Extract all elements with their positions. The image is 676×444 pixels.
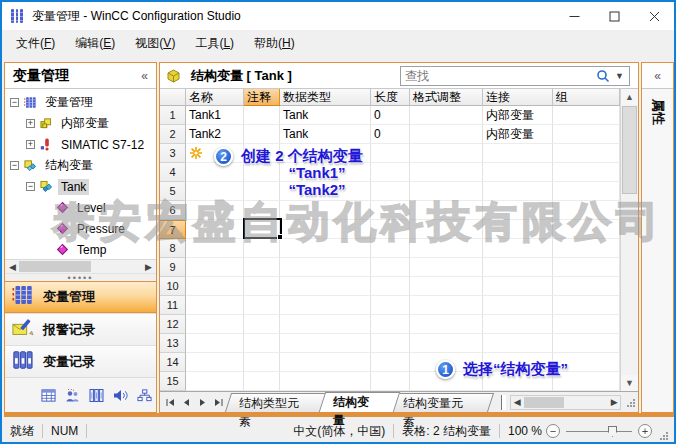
- cell-r8-格式调整[interactable]: [410, 239, 483, 258]
- collapse-icon[interactable]: −: [26, 182, 35, 191]
- last-sheet-icon[interactable]: [212, 396, 225, 409]
- tree-item-结构变量[interactable]: −结构变量: [5, 155, 156, 176]
- cell-r10-连接[interactable]: [483, 277, 553, 296]
- expand-icon[interactable]: +: [26, 119, 35, 128]
- row-header-3[interactable]: 3: [160, 144, 186, 163]
- cell-r1-长度[interactable]: 0: [371, 106, 410, 125]
- cell-r3-数据类型[interactable]: [280, 144, 371, 163]
- column-header-长度[interactable]: 长度: [371, 89, 410, 106]
- menu-item-3[interactable]: 工具(L): [185, 31, 244, 56]
- cell-r8-名称[interactable]: [186, 239, 244, 258]
- cell-r8-组[interactable]: [553, 239, 620, 258]
- search-options-caret-icon[interactable]: ▼: [612, 71, 629, 81]
- resize-grip-icon[interactable]: [625, 395, 638, 409]
- cell-r10-长度[interactable]: [371, 277, 410, 296]
- tree-item-内部变量[interactable]: +内部变量: [5, 113, 156, 134]
- cell-r4-名称[interactable]: [186, 163, 244, 182]
- cell-r3-注释[interactable]: [244, 144, 280, 163]
- cell-r4-注释[interactable]: [244, 163, 280, 182]
- cell-r13-连接[interactable]: [483, 334, 553, 353]
- cell-r15-格式调整[interactable]: [410, 372, 483, 391]
- cell-r11-长度[interactable]: [371, 296, 410, 315]
- cell-r1-名称[interactable]: Tank1: [186, 106, 244, 125]
- cell-r5-连接[interactable]: [483, 182, 553, 201]
- sheet-tab-结构变量元素[interactable]: 结构变量元素: [389, 393, 494, 412]
- properties-tab[interactable]: 属性: [649, 98, 667, 126]
- archive-icon[interactable]: [89, 388, 104, 403]
- cell-r8-注释[interactable]: [244, 239, 280, 258]
- cell-r3-名称[interactable]: [186, 144, 244, 163]
- collapse-right-panel-button[interactable]: «: [654, 69, 661, 83]
- cell-r12-格式调整[interactable]: [410, 315, 483, 334]
- zoom-thumb-icon[interactable]: [608, 426, 617, 437]
- cell-r14-格式调整[interactable]: [410, 353, 483, 372]
- cell-r11-格式调整[interactable]: [410, 296, 483, 315]
- cell-r11-名称[interactable]: [186, 296, 244, 315]
- sheet-tab-结构变量[interactable]: 结构变量: [319, 392, 401, 412]
- cell-r15-名称[interactable]: [186, 372, 244, 391]
- scroll-left-icon[interactable]: ◀: [6, 260, 19, 273]
- cell-r11-连接[interactable]: [483, 296, 553, 315]
- cell-r8-连接[interactable]: [483, 239, 553, 258]
- cell-r10-注释[interactable]: [244, 277, 280, 296]
- scroll-right-icon[interactable]: ▶: [142, 260, 155, 273]
- cell-r9-名称[interactable]: [186, 258, 244, 277]
- row-header-1[interactable]: 1: [160, 106, 186, 125]
- row-header-15[interactable]: 15: [160, 372, 186, 391]
- scrollbar-thumb[interactable]: [19, 261, 91, 272]
- column-header-名称[interactable]: 名称: [186, 89, 244, 106]
- cell-r2-数据类型[interactable]: Tank: [280, 125, 371, 144]
- cell-r14-组[interactable]: [553, 353, 620, 372]
- tree-item-SIMATIC S7-12[interactable]: +SIMATIC S7-12: [5, 134, 156, 155]
- cell-r5-格式调整[interactable]: [410, 182, 483, 201]
- cell-r1-注释[interactable]: [244, 106, 280, 125]
- grid-vertical-scrollbar[interactable]: ▲ ▼: [620, 89, 638, 391]
- cell-r5-注释[interactable]: [244, 182, 280, 201]
- cell-r11-注释[interactable]: [244, 296, 280, 315]
- cell-r13-格式调整[interactable]: [410, 334, 483, 353]
- cell-r10-格式调整[interactable]: [410, 277, 483, 296]
- row-header-2[interactable]: 2: [160, 125, 186, 144]
- cell-r1-格式调整[interactable]: [410, 106, 483, 125]
- cell-r13-名称[interactable]: [186, 334, 244, 353]
- cell-r13-组[interactable]: [553, 334, 620, 353]
- cell-r9-注释[interactable]: [244, 258, 280, 277]
- row-header-12[interactable]: 12: [160, 315, 186, 334]
- menu-item-1[interactable]: 编辑(E): [65, 31, 125, 56]
- column-header-连接[interactable]: 连接: [483, 89, 553, 106]
- cell-r2-注释[interactable]: [244, 125, 280, 144]
- cell-r13-注释[interactable]: [244, 334, 280, 353]
- row-header-6[interactable]: 6: [160, 201, 186, 220]
- collapse-icon[interactable]: −: [10, 98, 19, 107]
- text-library-icon[interactable]: [41, 388, 56, 403]
- cell-r4-长度[interactable]: [371, 163, 410, 182]
- cell-r7-数据类型[interactable]: [280, 220, 371, 239]
- column-header-组[interactable]: 组: [553, 89, 620, 106]
- cell-r9-长度[interactable]: [371, 258, 410, 277]
- row-header-13[interactable]: 13: [160, 334, 186, 353]
- cell-r11-数据类型[interactable]: [280, 296, 371, 315]
- column-header-注释[interactable]: 注释: [244, 89, 280, 106]
- menu-item-2[interactable]: 视图(V): [125, 31, 185, 56]
- cell-r10-名称[interactable]: [186, 277, 244, 296]
- cell-r8-数据类型[interactable]: [280, 239, 371, 258]
- cell-r4-数据类型[interactable]: [280, 163, 371, 182]
- sheet-tab-结构类型元素[interactable]: 结构类型元素: [225, 393, 330, 412]
- row-header-4[interactable]: 4: [160, 163, 186, 182]
- row-header-11[interactable]: 11: [160, 296, 186, 315]
- expand-icon[interactable]: +: [26, 140, 35, 149]
- maximize-button[interactable]: [594, 2, 634, 30]
- scrollbar-thumb[interactable]: [622, 106, 637, 194]
- user-admin-icon[interactable]: [65, 388, 80, 403]
- cell-r2-组[interactable]: [553, 125, 620, 144]
- cell-r15-注释[interactable]: [244, 372, 280, 391]
- cell-r9-组[interactable]: [553, 258, 620, 277]
- cell-r5-组[interactable]: [553, 182, 620, 201]
- tree-item-Temp[interactable]: Temp: [5, 239, 156, 259]
- cell-r8-长度[interactable]: [371, 239, 410, 258]
- cell-r3-组[interactable]: [553, 144, 620, 163]
- search-icon[interactable]: [594, 69, 612, 83]
- scrollbar-thumb[interactable]: [524, 397, 564, 408]
- cell-r9-数据类型[interactable]: [280, 258, 371, 277]
- cell-r5-数据类型[interactable]: [280, 182, 371, 201]
